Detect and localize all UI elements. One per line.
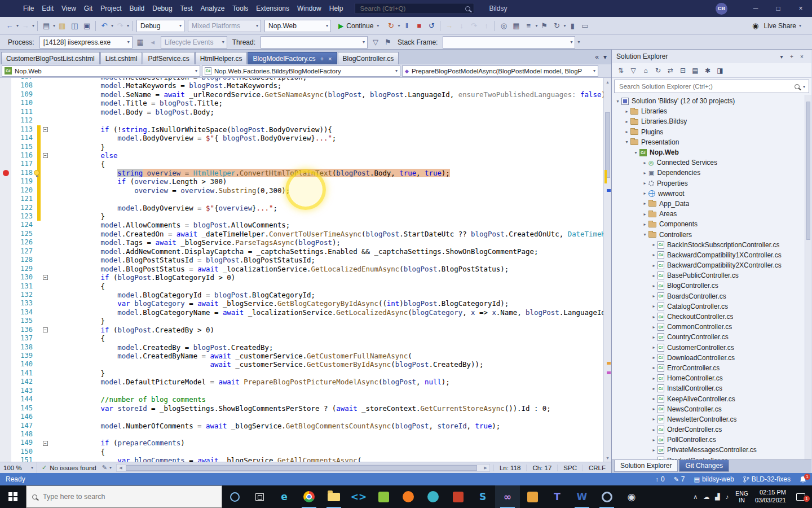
code-line[interactable]: 117 {: [0, 160, 603, 168]
fold-margin[interactable]: [41, 456, 50, 462]
code-line[interactable]: 127 model.AddNewComment.DisplayCaptcha =…: [0, 247, 603, 256]
fold-collapse-icon[interactable]: −: [43, 327, 48, 332]
menu-extensions[interactable]: Extensions: [252, 0, 293, 17]
undo-dropdown-icon[interactable]: ▾: [111, 23, 113, 28]
process-dropdown-icon[interactable]: ▾: [127, 40, 130, 45]
stack-frame-options-icon[interactable]: ▾: [577, 40, 580, 45]
taskbar-app-microsoft-edge[interactable]: e: [272, 485, 297, 508]
code-line[interactable]: 120 overview = overview.Substring(0,300)…: [0, 186, 603, 195]
chevron-collapsed-icon[interactable]: ▸: [623, 109, 630, 114]
fold-margin[interactable]: [41, 160, 50, 168]
fold-margin[interactable]: [41, 134, 50, 142]
chevron-expanded-icon[interactable]: ▾: [623, 139, 630, 144]
fold-margin[interactable]: [41, 247, 50, 256]
comment-out-icon[interactable]: ▭: [579, 20, 590, 32]
breakpoint-margin[interactable]: [0, 404, 11, 413]
notifications-button[interactable]: 1: [800, 476, 806, 483]
fold-margin[interactable]: [41, 195, 50, 203]
tab-pin-icon[interactable]: +: [320, 55, 324, 62]
breakpoint-margin[interactable]: [0, 134, 11, 142]
home-icon[interactable]: ⌂: [640, 65, 651, 76]
breakpoint-margin[interactable]: [0, 116, 11, 125]
document-tab-list-cshtml[interactable]: List.cshtml: [100, 52, 143, 64]
tree-item-downloadcontroller-cs[interactable]: ▸C#DownloadController.cs: [612, 353, 811, 363]
cortana-button[interactable]: [222, 485, 247, 508]
lifecycle-events-combo[interactable]: Lifecycle Events▾: [161, 36, 227, 49]
properties-icon[interactable]: ✱: [702, 65, 713, 76]
fold-collapse-icon[interactable]: −: [43, 127, 48, 132]
chevron-collapsed-icon[interactable]: ▸: [650, 294, 657, 299]
navigate-to-dropdown-icon[interactable]: ▾: [535, 23, 537, 28]
menu-analyze[interactable]: Analyze: [197, 0, 229, 17]
tree-item-basepubliccontroller-cs[interactable]: ▸C#BasePublicController.cs: [612, 270, 811, 281]
filter-threads-icon[interactable]: ▽: [370, 36, 381, 49]
chevron-collapsed-icon[interactable]: ▸: [650, 458, 657, 459]
breakpoint-margin[interactable]: [0, 125, 11, 134]
tree-item-dependencies[interactable]: ▸▣Dependencies: [612, 168, 811, 178]
line-ending-indicator[interactable]: CRLF: [582, 465, 611, 471]
class-dropdown[interactable]: C# Nop.Web.Factories.BildsyBlogModelFact…: [202, 65, 400, 77]
minimize-button[interactable]: ─: [744, 0, 767, 17]
fold-margin[interactable]: [41, 256, 50, 264]
tree-item-installcontroller-cs[interactable]: ▸C#InstallController.cs: [612, 383, 811, 393]
tree-item-controllers[interactable]: ▾Controllers: [612, 229, 811, 239]
breakpoint-margin[interactable]: [0, 343, 11, 352]
quick-launch-search[interactable]: [355, 3, 474, 14]
fold-collapse-icon[interactable]: −: [43, 275, 48, 280]
chevron-collapsed-icon[interactable]: ▸: [650, 252, 657, 257]
breakpoint-margin[interactable]: [0, 352, 11, 360]
code-line[interactable]: 111 model.Body = blogPost.Body;: [0, 108, 603, 116]
breakpoint-margin[interactable]: [0, 247, 11, 256]
collapse-all-icon[interactable]: ⊟: [677, 65, 689, 76]
breakpoint-margin[interactable]: [0, 291, 11, 299]
flag-threads-icon[interactable]: ⚑: [382, 36, 394, 49]
tree-item-errorcontroller-cs[interactable]: ▸C#ErrorController.cs: [612, 363, 811, 373]
scroll-left-icon[interactable]: ◀: [117, 465, 125, 471]
breakpoint-margin[interactable]: [0, 81, 11, 90]
save-all-icon[interactable]: ▣: [81, 20, 92, 32]
breakpoint-margin[interactable]: [0, 413, 11, 421]
menu-help[interactable]: Help: [325, 0, 347, 17]
code-line[interactable]: 151 var blogComments = await _blogServic…: [0, 456, 603, 462]
fold-margin[interactable]: [41, 413, 50, 421]
breakpoint-margin[interactable]: [0, 108, 11, 116]
menu-edit[interactable]: Edit: [38, 0, 58, 17]
fold-margin[interactable]: −: [41, 151, 50, 160]
fold-margin[interactable]: [41, 291, 50, 299]
break-all-icon[interactable]: ‖: [401, 20, 412, 32]
editor-vertical-scrollbar[interactable]: ▲ ▼: [603, 78, 611, 462]
solution-search-input[interactable]: [618, 82, 791, 90]
maximize-button[interactable]: □: [767, 0, 789, 17]
chevron-collapsed-icon[interactable]: ▸: [650, 448, 657, 453]
taskbar-app-visual-studio-code[interactable]: <>: [346, 485, 371, 508]
breakpoint-margin[interactable]: [0, 448, 11, 456]
tree-item-homecontroller-cs[interactable]: ▸C#HomeController.cs: [612, 373, 811, 383]
active-documents-dropdown-icon[interactable]: ▾: [603, 53, 607, 61]
tree-item-wwwroot[interactable]: ▸wwwroot: [612, 189, 811, 199]
sync-with-active-document-icon[interactable]: ⇄: [665, 65, 676, 76]
breakpoint-margin[interactable]: [0, 273, 11, 282]
fold-margin[interactable]: −: [41, 326, 50, 334]
tree-item-areas[interactable]: ▸Areas: [612, 209, 811, 219]
chevron-collapsed-icon[interactable]: ▸: [641, 160, 648, 165]
browser-link-dropdown-icon[interactable]: ▾: [563, 23, 566, 28]
chevron-expanded-icon[interactable]: ▾: [641, 232, 648, 237]
tree-item-privatemessagescontroller-cs[interactable]: ▸C#PrivateMessagesController.cs: [612, 445, 811, 455]
menu-project[interactable]: Project: [96, 0, 125, 17]
horizontal-scrollbar-thumb[interactable]: [126, 465, 477, 471]
breakpoint-margin[interactable]: [0, 369, 11, 378]
tree-item-libraries-bildsy[interactable]: ▸Libraries.Bildsy: [612, 116, 811, 126]
save-icon[interactable]: ◫: [69, 20, 80, 32]
fold-margin[interactable]: [41, 99, 50, 107]
breakpoint-margin[interactable]: [0, 378, 11, 386]
taskbar-app-people[interactable]: ◉: [619, 485, 644, 508]
code-line[interactable]: 137 {: [0, 334, 603, 343]
document-tab-blogcontroller-cs[interactable]: BlogController.cs: [338, 52, 399, 64]
tree-item-checkoutcontroller-cs[interactable]: ▸C#CheckoutController.cs: [612, 312, 811, 322]
fold-margin[interactable]: [41, 282, 50, 291]
breakpoint-margin[interactable]: [0, 195, 11, 203]
chevron-collapsed-icon[interactable]: ▸: [650, 345, 657, 350]
startup-projects-combo[interactable]: Nop.Web▾: [264, 20, 331, 32]
tree-item-keepalivecontroller-cs[interactable]: ▸C#KeepAliveController.cs: [612, 393, 811, 404]
editor-horizontal-scrollbar[interactable]: ◀ ▶: [116, 464, 490, 472]
